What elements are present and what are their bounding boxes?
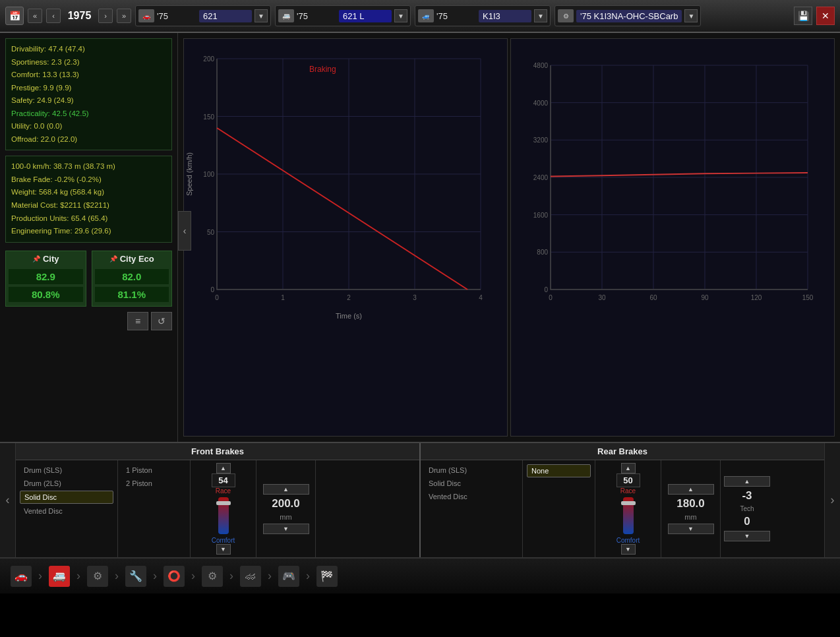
front-pad-value: 54 <box>212 473 235 487</box>
front-type-drum-2ls[interactable]: Drum (2LS) <box>20 477 113 489</box>
gear-tab-icon: ⚙ <box>202 566 223 587</box>
engine-name[interactable]: '75 K1I3NA-OHC-SBCarb <box>576 10 682 22</box>
car3-dropdown[interactable]: ▼ <box>534 9 547 22</box>
front-pad-comfort-label: Comfort <box>212 537 235 544</box>
nav-tab-race[interactable]: 🏎 <box>235 563 266 590</box>
fuel-eco-val1: 82.0 <box>95 269 169 284</box>
front-brake-types: Drum (SLS) Drum (2LS) Solid Disc Vented … <box>16 460 118 557</box>
metric-engineering-time: Engineering Time: 29.6 (29.6) <box>11 225 166 238</box>
nav-tab-engine[interactable]: ⚙ <box>82 563 113 590</box>
car-selector-1: 🚗 '75 621 ▼ <box>135 5 271 26</box>
engine-dropdown[interactable]: ▼ <box>684 9 698 22</box>
rear-pad-type: ▲ 50 Race Comfort ▼ <box>595 460 661 557</box>
stat-practicality: Practicality: 42.5 (42.5) <box>11 107 166 121</box>
pin-icon-city: 📌 <box>32 255 40 262</box>
brakes-nav-left[interactable]: ‹ <box>0 443 16 557</box>
front-pad-down[interactable]: ▼ <box>216 544 231 555</box>
front-brakes-title: Front Brakes <box>191 446 244 456</box>
close-button[interactable]: ✕ <box>816 7 835 25</box>
front-pad-slider[interactable] <box>218 497 229 534</box>
rear-size-value: 180.0 <box>676 497 705 510</box>
stat-drivability: Drivability: 47.4 (47.4) <box>11 43 166 56</box>
rear-type-solid-disc[interactable]: Solid Disc <box>425 477 518 489</box>
rear-quality-up[interactable]: ▲ <box>724 476 770 487</box>
car1-dropdown[interactable]: ▼ <box>255 9 268 22</box>
metrics-box: 100-0 km/h: 38.73 m (38.73 m) Brake Fade… <box>5 156 172 242</box>
nav-chevron-4: › <box>153 569 157 583</box>
nav-tab-truck[interactable]: 🚐 <box>44 563 75 590</box>
fuel-col-city: 📌 City 82.9 80.8% <box>5 251 86 307</box>
rear-pad-slider[interactable] <box>623 497 634 534</box>
rear-size-unit: mm <box>684 513 696 521</box>
nav-tab-steering[interactable]: 🎮 <box>273 563 305 590</box>
car-selector-3: 🚙 '75 K1I3 ▼ <box>415 5 551 26</box>
front-size-down[interactable]: ▼ <box>263 524 309 534</box>
rear-quality-down[interactable]: ▼ <box>724 531 770 541</box>
metric-braking: 100-0 km/h: 38.73 m (38.73 m) <box>11 160 166 173</box>
reset-button[interactable]: ↺ <box>151 312 172 330</box>
nav-tab-wrench[interactable]: 🔧 <box>120 563 152 590</box>
rear-size-down[interactable]: ▼ <box>668 524 714 534</box>
car2-dropdown[interactable]: ▼ <box>394 9 407 22</box>
car2-year: '75 <box>297 11 336 21</box>
front-option-1piston[interactable]: 1 Piston <box>122 464 186 476</box>
car2-name[interactable]: 621 L <box>339 10 392 22</box>
nav-tab-car[interactable]: 🚗 <box>5 563 37 590</box>
rear-pad-down[interactable]: ▼ <box>621 544 636 555</box>
nav-left[interactable]: ‹ <box>46 9 61 23</box>
front-type-solid-disc[interactable]: Solid Disc <box>20 491 113 504</box>
fuel-city-val2: 80.8% <box>9 287 83 302</box>
left-nav-arrow[interactable]: ‹ <box>178 211 191 251</box>
car-tab-icon: 🚗 <box>11 566 32 587</box>
front-brake-options: 1 Piston 2 Piston <box>118 460 191 557</box>
nav-tab-finish[interactable]: 🏁 <box>311 563 343 590</box>
rear-type-drum-sls[interactable]: Drum (SLS) <box>425 464 518 476</box>
nav-right[interactable]: › <box>98 9 113 23</box>
front-brakes-body: Drum (SLS) Drum (2LS) Solid Disc Vented … <box>16 460 419 557</box>
fuel-eco-val2: 81.1% <box>95 287 169 302</box>
stat-offroad: Offroad: 22.0 (22.0) <box>11 133 166 146</box>
front-pad-up[interactable]: ▲ <box>216 463 231 473</box>
metric-production-units: Production Units: 65.4 (65.4) <box>11 212 166 226</box>
nav-left-left[interactable]: « <box>28 9 42 23</box>
left-panel: Drivability: 47.4 (47.4) Sportiness: 2.3… <box>0 33 178 442</box>
braking-chart <box>183 38 508 437</box>
actions-row: ≡ ↺ <box>5 312 172 330</box>
compare-button[interactable]: ≡ <box>127 312 148 330</box>
nav-right-right[interactable]: » <box>117 9 131 23</box>
nav-chevron-7: › <box>268 569 272 583</box>
front-option-2piston[interactable]: 2 Piston <box>122 477 186 489</box>
car1-name[interactable]: 621 <box>199 10 252 22</box>
front-type-drum-sls[interactable]: Drum (SLS) <box>20 464 113 476</box>
front-size-unit: mm <box>280 513 291 521</box>
wheel-tab-icon: ⭕ <box>164 566 185 587</box>
metric-material-cost: Material Cost: $2211 ($2211) <box>11 199 166 212</box>
stat-safety: Safety: 24.9 (24.9) <box>11 94 166 107</box>
rear-pad-up[interactable]: ▲ <box>621 463 636 473</box>
year-display: 1975 <box>65 10 94 22</box>
rear-pad-race-label: Race <box>620 487 636 495</box>
car1-year: '75 <box>157 11 196 21</box>
engine-selector: ⚙ '75 K1I3NA-OHC-SBCarb ▼ <box>555 5 701 26</box>
rear-quality-tech-label: Tech <box>740 505 754 512</box>
save-button[interactable]: 💾 <box>794 7 812 25</box>
car3-year: '75 <box>436 11 476 21</box>
nav-tab-gear[interactable]: ⚙ <box>196 563 228 590</box>
rear-quality: ▲ -3 Tech 0 ▼ <box>721 460 773 557</box>
car3-name[interactable]: K1I3 <box>479 10 531 22</box>
rear-size-up[interactable]: ▲ <box>668 484 714 495</box>
top-bar: 📅 « ‹ 1975 › » 🚗 '75 621 ▼ 🚐 '75 621 L ▼… <box>0 0 840 33</box>
front-pad-type: ▲ 54 Race Comfort ▼ <box>191 460 256 557</box>
front-size-up[interactable]: ▲ <box>263 484 309 495</box>
rear-pad-comfort-label: Comfort <box>616 537 640 544</box>
fuel-city-val1: 82.9 <box>9 269 83 284</box>
rear-quality-value: -3 <box>742 489 752 502</box>
nav-chevron-8: › <box>306 569 310 583</box>
rear-type-vented-disc[interactable]: Vented Disc <box>425 491 518 502</box>
nav-tab-wheel[interactable]: ⭕ <box>158 563 190 590</box>
calendar-icon[interactable]: 📅 <box>5 7 24 25</box>
brakes-nav-right[interactable]: › <box>824 443 840 557</box>
rear-size: ▲ 180.0 mm ▼ <box>661 460 721 557</box>
rear-option-none[interactable]: None <box>527 464 591 477</box>
front-type-vented-disc[interactable]: Vented Disc <box>20 505 113 517</box>
